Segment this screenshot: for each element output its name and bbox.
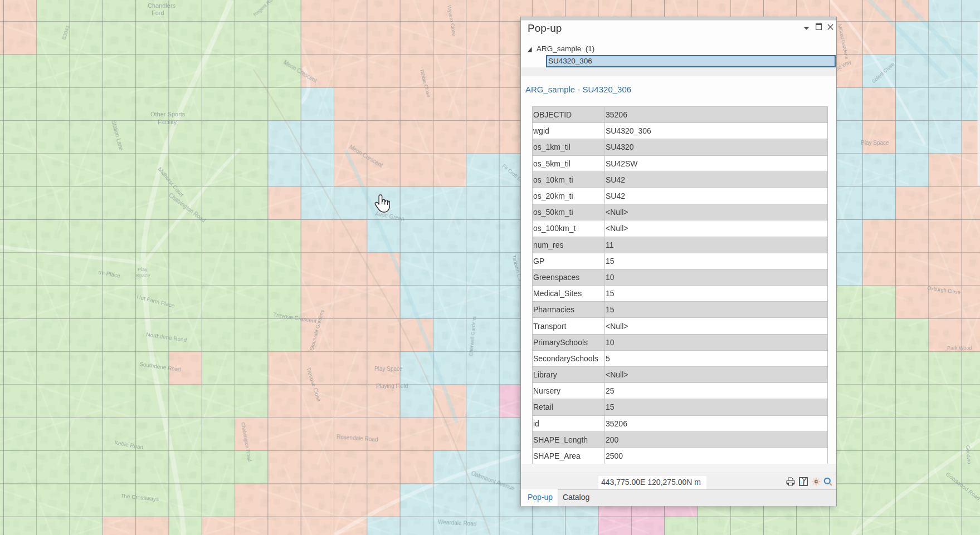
svg-text:Space: Space bbox=[136, 273, 150, 278]
svg-text:Play Space: Play Space bbox=[861, 140, 889, 146]
svg-text:Facility: Facility bbox=[158, 119, 177, 125]
svg-text:Ford: Ford bbox=[152, 9, 164, 16]
svg-text:Play: Play bbox=[138, 267, 148, 272]
svg-text:Other Sports: Other Sports bbox=[150, 111, 186, 117]
svg-text:Park Wood: Park Wood bbox=[947, 345, 972, 351]
svg-text:Playing Field: Playing Field bbox=[376, 383, 408, 389]
svg-text:Chandlers: Chandlers bbox=[148, 2, 176, 9]
svg-text:Play Space: Play Space bbox=[374, 366, 403, 372]
